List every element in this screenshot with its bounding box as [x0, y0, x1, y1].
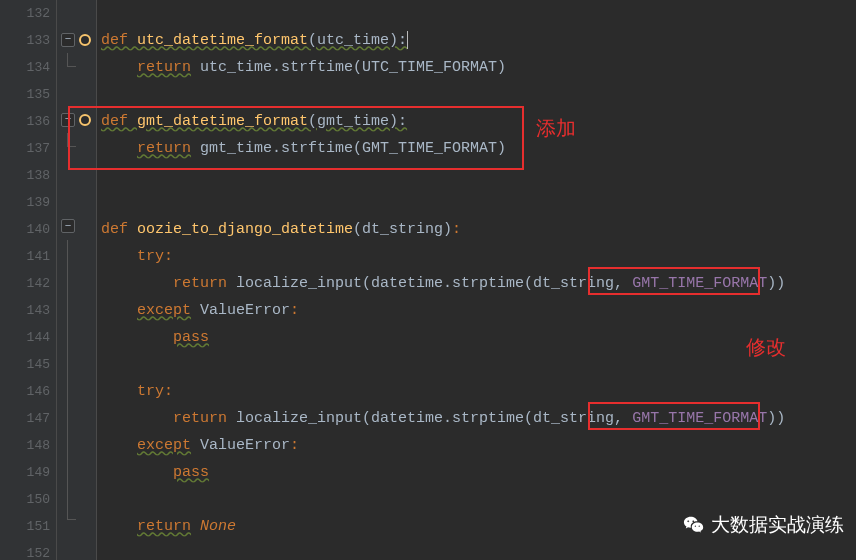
code-line: def utc_datetime_format(utc_time):: [97, 27, 856, 54]
code-line: except ValueError:: [97, 297, 856, 324]
line-number: 141: [0, 243, 56, 270]
line-number: 135: [0, 81, 56, 108]
code-line: return gmt_time.strftime(GMT_TIME_FORMAT…: [97, 135, 856, 162]
fold-line: [67, 293, 68, 320]
line-number: 144: [0, 324, 56, 351]
line-number: 150: [0, 486, 56, 513]
line-number: 140: [0, 216, 56, 243]
line-number: 142: [0, 270, 56, 297]
watermark: 大数据实战演练: [683, 512, 844, 538]
line-number: 138: [0, 162, 56, 189]
code-line: [97, 486, 856, 513]
line-number: 136: [0, 108, 56, 135]
code-line: return localize_input(datetime.strptime(…: [97, 405, 856, 432]
code-line: try:: [97, 378, 856, 405]
fold-line: [67, 453, 68, 480]
fold-line: [67, 480, 68, 507]
fold-toggle-icon[interactable]: [61, 219, 75, 233]
line-number: 133: [0, 27, 56, 54]
fold-line: [67, 427, 68, 454]
line-number: 132: [0, 0, 56, 27]
editor-area[interactable]: def utc_datetime_format(utc_time): retur…: [97, 0, 856, 560]
watermark-text: 大数据实战演练: [711, 512, 844, 538]
fold-gutter: [57, 0, 97, 560]
code-line: return localize_input(datetime.strptime(…: [97, 270, 856, 297]
line-number: 146: [0, 378, 56, 405]
gutter-method-icon[interactable]: [79, 114, 91, 126]
code-line: [97, 162, 856, 189]
fold-end-icon: [67, 507, 68, 520]
fold-end-icon: [67, 133, 68, 146]
code-line: def oozie_to_django_datetime(dt_string):: [97, 216, 856, 243]
fold-line: [67, 373, 68, 400]
line-number: 149: [0, 459, 56, 486]
code-line: pass: [97, 324, 856, 351]
code-line: [97, 540, 856, 560]
line-number: 137: [0, 135, 56, 162]
code-line: [97, 0, 856, 27]
fold-line: [67, 400, 68, 427]
code-line: try:: [97, 243, 856, 270]
code-line: [97, 189, 856, 216]
text-cursor: [407, 31, 408, 49]
line-number: 134: [0, 54, 56, 81]
code-line: [97, 81, 856, 108]
line-number: 151: [0, 513, 56, 540]
annotation-label-add: 添加: [536, 115, 576, 142]
code-line: except ValueError:: [97, 432, 856, 459]
code-line: def gmt_datetime_format(gmt_time):: [97, 108, 856, 135]
fold-line: [67, 240, 68, 267]
fold-line: [67, 320, 68, 347]
fold-line: [67, 347, 68, 374]
code-line: return utc_time.strftime(UTC_TIME_FORMAT…: [97, 54, 856, 81]
annotation-label-modify: 修改: [746, 334, 786, 361]
fold-toggle-icon[interactable]: [61, 33, 75, 47]
line-number: 147: [0, 405, 56, 432]
line-number: 139: [0, 189, 56, 216]
gutter-method-icon[interactable]: [79, 34, 91, 46]
fold-toggle-icon[interactable]: [61, 113, 75, 127]
wechat-icon: [683, 514, 705, 536]
line-number: 148: [0, 432, 56, 459]
line-number: 143: [0, 297, 56, 324]
code-line: pass: [97, 459, 856, 486]
fold-line: [67, 267, 68, 294]
fold-end-icon: [67, 53, 68, 66]
line-number: 145: [0, 351, 56, 378]
code-line: [97, 351, 856, 378]
line-number: 152: [0, 540, 56, 560]
line-number-gutter: 132 133 134 135 136 137 138 139 140 141 …: [0, 0, 57, 560]
